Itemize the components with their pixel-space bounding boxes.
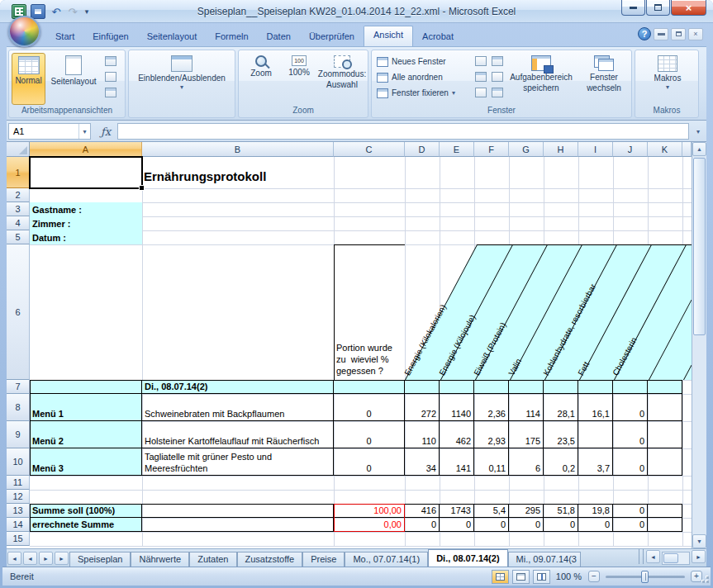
view-side-by-side-button[interactable]: [487, 54, 507, 68]
vertical-scrollbar[interactable]: ▲▼: [692, 142, 706, 548]
next-sheet-button[interactable]: ►: [39, 552, 53, 565]
sheet-tab-5[interactable]: Preise: [302, 552, 345, 567]
cell-K14[interactable]: [648, 518, 682, 532]
row-header-15[interactable]: 15: [7, 532, 30, 546]
cell-E10[interactable]: 141: [440, 448, 474, 476]
cell-K13[interactable]: [648, 504, 682, 518]
cell-A8[interactable]: Menü 1: [30, 394, 142, 421]
redo-button[interactable]: ↷: [65, 4, 80, 19]
cell-B10[interactable]: Tagliatelle mit grüner Pesto und Meeresf…: [142, 448, 334, 476]
cell-K9[interactable]: [648, 421, 682, 448]
sheet-tab-2[interactable]: Nährwerte: [131, 552, 189, 567]
show-hide-button[interactable]: Einblenden/Ausblenden ▾: [132, 53, 231, 114]
column-header-partial[interactable]: [682, 142, 692, 157]
page-break-preview-button[interactable]: [101, 54, 121, 68]
cell-E14[interactable]: 0: [440, 518, 474, 532]
cell-A7[interactable]: [30, 380, 142, 394]
cell-G7[interactable]: [509, 380, 544, 394]
cell-I7[interactable]: [578, 380, 613, 394]
undo-button[interactable]: ↶: [49, 4, 64, 19]
zoom-level-text[interactable]: 100 %: [554, 571, 582, 581]
row-header-8[interactable]: 8: [7, 394, 30, 421]
cell-H13[interactable]: 51,8: [544, 504, 578, 518]
minimize-button[interactable]: [621, 0, 645, 16]
workbook-restore-button[interactable]: [671, 28, 686, 40]
cell-D14[interactable]: 0: [405, 518, 440, 532]
scroll-right-button[interactable]: ►: [692, 550, 706, 563]
row-header-11[interactable]: 11: [7, 476, 30, 490]
resize-grip[interactable]: [697, 571, 709, 583]
column-header-B[interactable]: B: [142, 142, 334, 157]
cell-E9[interactable]: 462: [440, 421, 474, 448]
zoom-button[interactable]: Zoom: [242, 53, 280, 105]
column-header-A[interactable]: A: [30, 142, 142, 157]
cell-I8[interactable]: 16,1: [578, 394, 613, 421]
normal-view-button[interactable]: Normal: [12, 53, 45, 105]
cell-J14[interactable]: 0: [613, 518, 648, 532]
cell-C6[interactable]: Portion wurde zu wieviel % gegessen ?: [336, 342, 403, 378]
cell-F7[interactable]: [474, 380, 509, 394]
row-header-5[interactable]: 5: [7, 230, 30, 244]
cell-A9[interactable]: Menü 2: [30, 421, 142, 448]
column-header-F[interactable]: F: [474, 142, 509, 157]
status-page-break-button[interactable]: [533, 570, 550, 584]
full-screen-button[interactable]: [101, 85, 121, 99]
last-sheet-button[interactable]: ►: [55, 552, 69, 565]
ribbon-tab-acrobat[interactable]: Acrobat: [413, 28, 463, 46]
cell-B13[interactable]: [142, 504, 334, 518]
freeze-panes-button[interactable]: Fenster fixieren▾: [377, 86, 455, 100]
cell-G8[interactable]: 114: [509, 394, 544, 421]
cell-E7[interactable]: [440, 380, 474, 394]
save-workspace-button[interactable]: Aufgabenbereich speichern: [506, 53, 577, 105]
arrange-all-button[interactable]: Alle anordnen: [377, 70, 443, 84]
cell-G14[interactable]: 0: [509, 518, 544, 532]
cell-I9[interactable]: [578, 421, 613, 448]
formula-input[interactable]: [117, 123, 689, 140]
column-header-J[interactable]: J: [613, 142, 648, 157]
row-header-9[interactable]: 9: [7, 421, 30, 448]
cell-H14[interactable]: 0: [544, 518, 578, 532]
ribbon-tab-daten[interactable]: Daten: [258, 28, 300, 46]
synchronous-scrolling-button[interactable]: [487, 69, 507, 83]
office-button[interactable]: [8, 16, 40, 47]
zoom-to-selection-button[interactable]: Zoommodus: Auswahl: [318, 53, 366, 105]
cell-G9[interactable]: 175: [509, 421, 544, 448]
cell-F8[interactable]: 2,36: [474, 394, 509, 421]
name-box-dropdown-icon[interactable]: ▾: [78, 124, 90, 139]
scroll-down-button[interactable]: ▼: [692, 534, 706, 548]
column-header-I[interactable]: I: [578, 142, 613, 157]
first-sheet-button[interactable]: ◄: [7, 552, 21, 565]
sheet-tab-7[interactable]: Di., 08.07.14(2): [428, 549, 507, 567]
qat-dropdown-button[interactable]: ▾: [82, 4, 92, 19]
cell-K8[interactable]: [648, 394, 682, 421]
cell-C9[interactable]: 0: [334, 421, 405, 448]
cell-B1[interactable]: Ernährungsprotokoll: [144, 169, 266, 184]
zoom-out-button[interactable]: −: [588, 571, 600, 582]
cell-K7[interactable]: [648, 380, 682, 394]
cell-B14[interactable]: [142, 518, 334, 532]
scroll-up-button[interactable]: ▲: [692, 142, 706, 156]
cell-C7[interactable]: [334, 380, 405, 394]
name-box[interactable]: A1 ▾: [8, 123, 91, 140]
cell-I10[interactable]: 3,7: [578, 448, 613, 476]
workbook-minimize-button[interactable]: [654, 28, 668, 40]
row-header-7[interactable]: 7: [7, 380, 30, 394]
vertical-scroll-thumb[interactable]: [693, 158, 706, 335]
column-header-E[interactable]: E: [440, 142, 474, 157]
cell-J9[interactable]: 0: [613, 421, 648, 448]
cell-D10[interactable]: 34: [405, 448, 440, 476]
row-header-14[interactable]: 14: [7, 518, 30, 532]
horizontal-scroll-thumb[interactable]: [663, 553, 678, 563]
cell-G10[interactable]: 6: [509, 448, 544, 476]
cell-G13[interactable]: 295: [509, 504, 544, 518]
cell-I14[interactable]: 0: [578, 518, 613, 532]
cell-H7[interactable]: [544, 380, 578, 394]
cell-I13[interactable]: 19,8: [578, 504, 613, 518]
close-button[interactable]: ×: [671, 0, 706, 16]
cell-A5[interactable]: Datum :: [30, 230, 142, 244]
maximize-button[interactable]: [646, 0, 670, 16]
row-header-1[interactable]: 1: [7, 157, 30, 188]
sheet-tab-1[interactable]: Speiseplan: [69, 552, 131, 567]
zoom-slider-thumb[interactable]: [641, 571, 649, 583]
tab-splitter[interactable]: [639, 549, 644, 564]
